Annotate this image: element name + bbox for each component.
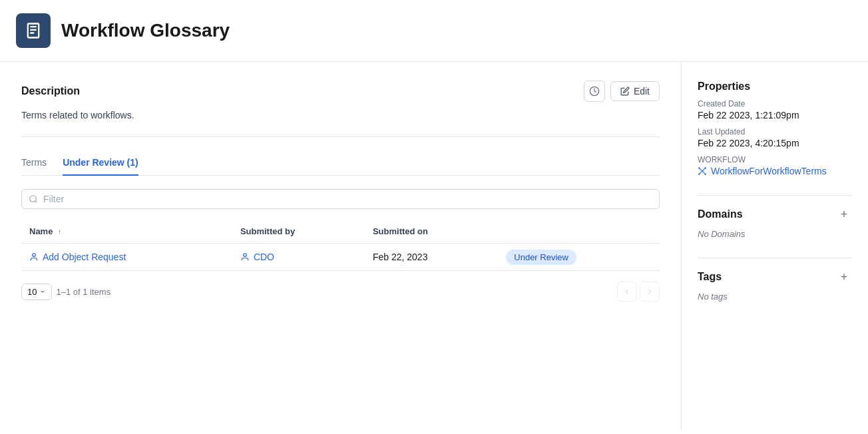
chevron-right-icon — [646, 288, 654, 296]
content-area: Description Edit — [0, 62, 682, 429]
edit-icon — [620, 87, 630, 96]
last-updated-label: Last Updated — [698, 127, 852, 136]
sidebar-divider-1 — [698, 195, 852, 196]
submitter-link[interactable]: CDO — [240, 252, 357, 262]
domains-header: Domains + — [698, 206, 852, 222]
properties-title: Properties — [698, 81, 750, 93]
description-text: Terms related to workflows. — [21, 110, 660, 120]
status-badge: Under Review — [506, 250, 576, 265]
description-actions: Edit — [584, 81, 660, 102]
svg-point-3 — [33, 254, 36, 257]
search-icon — [29, 194, 38, 204]
user-icon — [240, 252, 250, 262]
row-name: Add Object Request — [43, 252, 126, 262]
cell-submitted-on: Feb 22, 2023 — [365, 244, 498, 271]
items-table: Name ↑ Submitted by Submitted on — [21, 220, 660, 271]
properties-header: Properties — [698, 81, 852, 93]
chevron-left-icon — [623, 288, 631, 296]
submitter-name: CDO — [254, 252, 274, 262]
book-icon — [24, 21, 43, 40]
add-tag-button[interactable]: + — [836, 269, 852, 285]
svg-point-1 — [30, 196, 36, 202]
table-header: Name ↑ Submitted by Submitted on — [21, 220, 660, 244]
description-label: Description — [21, 85, 80, 97]
name-link[interactable]: Add Object Request — [29, 252, 224, 262]
no-tags-text: No tags — [698, 292, 852, 302]
created-date-value: Feb 22 2023, 1:21:09pm — [698, 110, 852, 120]
table-body: Add Object Request CDO Feb 22, 2023 — [21, 244, 660, 271]
svg-point-5 — [698, 167, 700, 168]
page-header: Workflow Glossary — [0, 0, 868, 62]
page-navigation — [617, 282, 660, 302]
svg-point-7 — [698, 174, 700, 175]
workflow-link[interactable]: WorkflowForWorkflowTerms — [698, 166, 852, 176]
domains-section: Domains + No Domains — [698, 206, 852, 239]
clock-icon — [589, 86, 600, 97]
workflow-icon — [698, 166, 707, 176]
section-divider — [21, 136, 660, 137]
properties-section: Properties Created Date Feb 22 2023, 1:2… — [698, 81, 852, 176]
description-section: Description Edit — [21, 81, 660, 120]
page-size-select[interactable]: 10 — [21, 284, 52, 300]
chevron-down-icon — [39, 288, 46, 295]
col-submitted-by: Submitted by — [232, 220, 365, 244]
col-submitted-on: Submitted on — [365, 220, 498, 244]
history-button[interactable] — [584, 81, 605, 102]
description-header: Description Edit — [21, 81, 660, 102]
next-page-button[interactable] — [640, 282, 660, 302]
prev-page-button[interactable] — [617, 282, 637, 302]
tags-title: Tags — [698, 271, 722, 283]
filter-bar — [21, 189, 660, 209]
sidebar: Properties Created Date Feb 22 2023, 1:2… — [682, 62, 868, 429]
page-size-value: 10 — [27, 287, 37, 297]
page-size-section: 10 1–1 of 1 items — [21, 284, 110, 300]
page-info: 1–1 of 1 items — [56, 287, 110, 297]
svg-point-6 — [705, 167, 706, 168]
col-status — [498, 220, 660, 244]
no-domains-text: No Domains — [698, 229, 852, 239]
svg-point-8 — [705, 174, 706, 175]
svg-point-4 — [244, 254, 247, 257]
tags-section: Tags + No tags — [698, 269, 852, 302]
tab-under-review[interactable]: Under Review (1) — [63, 150, 138, 176]
sidebar-divider-2 — [698, 258, 852, 258]
domains-title: Domains — [698, 208, 743, 220]
edit-button[interactable]: Edit — [610, 81, 660, 101]
filter-input[interactable] — [43, 194, 652, 204]
created-date-label: Created Date — [698, 99, 852, 108]
pagination: 10 1–1 of 1 items — [21, 282, 660, 302]
workflow-label: WORKFLOW — [698, 155, 852, 164]
page-title: Workflow Glossary — [61, 20, 230, 41]
cell-status: Under Review — [498, 244, 660, 271]
table-row: Add Object Request CDO Feb 22, 2023 — [21, 244, 660, 271]
workflow-link-text: WorkflowForWorkflowTerms — [711, 166, 827, 176]
edit-label: Edit — [634, 86, 650, 97]
app-icon — [16, 13, 51, 48]
main-layout: Description Edit — [0, 62, 868, 429]
tab-terms[interactable]: Terms — [21, 150, 47, 176]
col-name-label: Name — [29, 226, 53, 236]
person-icon — [29, 252, 39, 262]
cell-name: Add Object Request — [21, 244, 232, 271]
cell-submitted-by: CDO — [232, 244, 365, 271]
last-updated-value: Feb 22 2023, 4:20:15pm — [698, 138, 852, 148]
col-name: Name ↑ — [21, 220, 232, 244]
tabs-bar: Terms Under Review (1) — [21, 150, 660, 176]
svg-line-2 — [35, 201, 37, 203]
tags-header: Tags + — [698, 269, 852, 285]
add-domain-button[interactable]: + — [836, 206, 852, 222]
sort-icon: ↑ — [58, 228, 62, 236]
